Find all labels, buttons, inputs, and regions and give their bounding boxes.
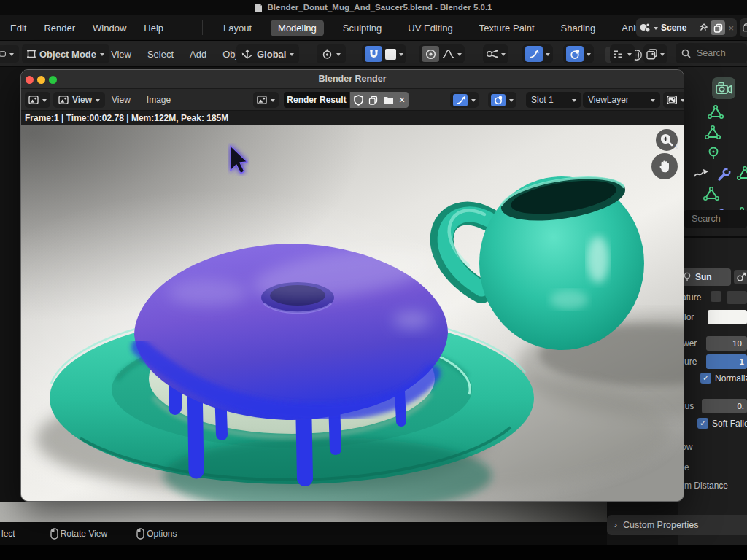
display-mode-selector[interactable]: View [53, 92, 105, 108]
temperature-checkbox[interactable] [711, 291, 721, 302]
workspace-tab-uv-editing[interactable]: UV Editing [400, 20, 460, 36]
mode-selector[interactable]: Object Mode [22, 44, 109, 63]
show-gizmo-icon[interactable] [486, 49, 498, 59]
image-stack-button[interactable] [643, 44, 667, 63]
falloff-curve-icon[interactable] [442, 50, 454, 58]
orientation-label: Global [257, 49, 286, 60]
unlink-scene-icon[interactable]: × [728, 23, 734, 34]
duplicate-image-icon[interactable] [368, 96, 378, 105]
color-label: lor [684, 312, 694, 322]
scene-name: Scene [661, 23, 686, 33]
power-value: 10. [732, 339, 744, 348]
partial-label: e [684, 462, 689, 472]
render-stats: Frame:1 | Time:00:02.78 | Mem:122M, Peak… [25, 113, 228, 123]
viewlayer-selector-partial[interactable] [740, 18, 747, 37]
render-canvas[interactable]: ‹ [21, 125, 684, 502]
rotate-overlay-icon[interactable] [566, 46, 584, 62]
editor-type-button[interactable] [0, 45, 19, 63]
new-scene-icon[interactable] [711, 20, 725, 35]
render-slot-selector[interactable]: Slot 1 [526, 92, 581, 108]
viewport-menu-add[interactable]: Add [190, 49, 206, 60]
view-layer-selector[interactable]: ViewLayer [583, 92, 660, 108]
menu-bar: Edit Render Window Help Layout Modeling … [0, 15, 747, 41]
status-bar: lect Rotate View Options [0, 522, 607, 545]
fake-user-shield-icon[interactable] [354, 95, 363, 106]
render-stats-bar: Frame:1 | Time:00:02.78 | Mem:122M, Peak… [21, 111, 684, 125]
overlay-toggle[interactable] [488, 92, 516, 108]
workspace-tab-shading[interactable]: Shading [554, 20, 603, 36]
mouse-button-icon [136, 528, 144, 540]
outliner-filter-group[interactable] [610, 44, 635, 63]
radius-field[interactable]: 0. [702, 399, 747, 413]
temperature-field-stub[interactable] [727, 291, 747, 304]
scene-selector[interactable]: Scene × [636, 18, 737, 37]
snap-arrow-icon[interactable] [525, 46, 543, 62]
image-editor-menu-view[interactable]: View [112, 95, 131, 105]
menu-edit[interactable]: Edit [10, 23, 26, 34]
custom-properties-header[interactable]: › Custom Properties [607, 515, 747, 535]
normalize-label: Normaliz [715, 373, 747, 384]
editor-type-button[interactable] [25, 92, 50, 108]
image-action-group: × [350, 92, 409, 108]
image-pin-button[interactable] [663, 92, 684, 108]
snap-curve-group [522, 44, 553, 63]
proportional-edit-icon[interactable] [422, 46, 439, 62]
slot-label: Slot 1 [531, 95, 554, 105]
exposure-value: 1 [740, 357, 744, 366]
workspace-tab-modeling[interactable]: Modeling [271, 20, 324, 36]
search-icon [681, 49, 691, 58]
open-image-folder-icon[interactable] [383, 96, 394, 104]
outliner-search-input[interactable] [695, 47, 747, 59]
workspace-tab-sculpting[interactable]: Sculpting [336, 20, 389, 36]
pan-hand-button[interactable] [651, 153, 678, 179]
exposure-field[interactable]: 1 [706, 354, 747, 369]
pivot-point-button[interactable] [317, 44, 346, 63]
light-data-header[interactable]: Sun [678, 268, 731, 286]
normalize-checkbox[interactable] [700, 373, 711, 384]
viewport-menu-select[interactable]: Select [147, 49, 174, 60]
radius-label: ius [683, 401, 694, 411]
properties-search[interactable] [684, 210, 747, 228]
sun-lamp-icon[interactable] [734, 270, 747, 284]
image-editor-menu-image[interactable]: Image [147, 95, 171, 105]
snap-target-icon[interactable] [385, 49, 396, 60]
menu-render[interactable]: Render [44, 23, 75, 34]
display-mode-label: View [72, 95, 92, 105]
viewport-floor-strip [0, 502, 607, 522]
radius-value: 0. [737, 402, 744, 411]
gizmo-toggle[interactable] [450, 92, 479, 108]
unlink-image-icon[interactable]: × [399, 95, 405, 105]
power-field[interactable]: 10. [706, 336, 747, 351]
workspace-tab-layout[interactable]: Layout [216, 20, 259, 36]
pin-icon[interactable] [699, 23, 708, 33]
viewport-menu-view[interactable]: View [111, 49, 131, 60]
scene-icon [639, 23, 651, 33]
snap-arrow-icon [453, 94, 468, 106]
image-name-field[interactable]: Render Result [284, 92, 349, 108]
sidebar-collapse-chevron[interactable]: ‹ [675, 140, 678, 152]
snap-magnet-icon[interactable] [365, 46, 382, 62]
workspace-tab-texture-paint[interactable]: Texture Paint [472, 20, 542, 36]
properties-panel: Sun ature lor wer 10. ure 1 Normaliz ius… [678, 67, 747, 560]
power-label: wer [683, 338, 697, 349]
render-window-toolbar: View View Image Render Result × [21, 89, 684, 111]
soft-falloff-checkbox[interactable] [697, 418, 708, 429]
chevron-right-icon: › [614, 520, 617, 530]
proportional-edit-group [419, 44, 465, 63]
document-icon [255, 3, 263, 12]
color-swatch[interactable] [708, 310, 747, 324]
screen-bezel [0, 545, 747, 560]
transform-orientation[interactable]: Global [236, 44, 299, 63]
properties-search-input[interactable] [690, 213, 741, 225]
render-window-titlebar[interactable]: Blender Render [21, 70, 684, 89]
render-window-title: Blender Render [21, 74, 684, 84]
snapping-group [362, 44, 406, 63]
menu-help[interactable]: Help [144, 23, 163, 34]
menu-window[interactable]: Window [93, 23, 126, 34]
image-browse-button[interactable] [253, 92, 279, 108]
render-window[interactable]: Blender Render View View Image Render Re… [20, 69, 684, 502]
status-options-label: Options [147, 529, 177, 539]
custom-properties-label: Custom Properties [623, 520, 699, 530]
menu-divider [202, 20, 203, 35]
outliner-search[interactable] [676, 43, 747, 63]
